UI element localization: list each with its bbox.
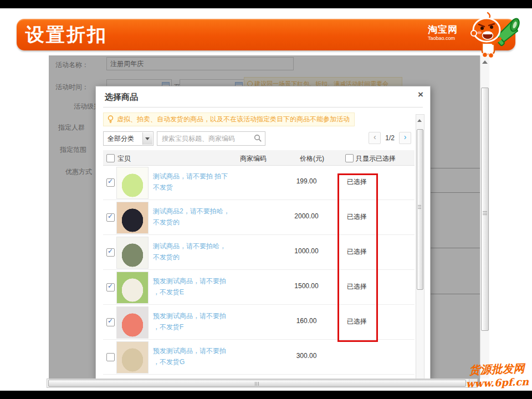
product-price: 1500.00 xyxy=(284,282,329,290)
watermark: 货源批发网 www.6pf.cn xyxy=(462,361,532,391)
warning-text: 虚拟、拍卖、自动发货的商品，以及不在该活动指定类目下的商品不能参加活动 xyxy=(117,115,350,123)
product-thumbnail[interactable] xyxy=(116,237,149,269)
row-checkbox[interactable] xyxy=(106,248,115,257)
selected-status: 已选择 xyxy=(337,247,376,257)
page-horizontal-scrollbar[interactable] xyxy=(47,378,469,388)
show-selected-only-label: 只显示已选择 xyxy=(356,154,396,163)
product-title-link[interactable]: 预发测试商品，请不要拍 ，不发货F xyxy=(153,310,247,332)
search-input[interactable] xyxy=(157,132,265,145)
table-row: 测试商品，请不要拍哈， 不发货的 1000.00 已选择 xyxy=(103,235,415,270)
row-checkbox[interactable] xyxy=(106,283,115,291)
dialog-list-scrollbar[interactable] xyxy=(416,114,424,379)
next-page-button[interactable]: › xyxy=(399,132,411,144)
product-price: 300.00 xyxy=(284,352,329,360)
product-thumbnail[interactable] xyxy=(116,272,149,304)
taobao-mascot-icon xyxy=(467,11,520,59)
selected-status: 已选择 xyxy=(337,212,376,222)
row-checkbox[interactable] xyxy=(106,353,115,361)
products-table-header: 宝贝 商家编码 价格(元) 只显示已选择 xyxy=(103,150,415,166)
category-dropdown[interactable]: 全部分类 xyxy=(103,131,154,146)
close-icon[interactable]: × xyxy=(418,89,423,100)
dialog-scroll-thumb[interactable] xyxy=(417,129,423,290)
product-price: 199.00 xyxy=(284,177,329,185)
column-price: 价格(元) xyxy=(300,154,324,163)
page-title: 设置折扣 xyxy=(25,22,108,48)
row-checkbox[interactable] xyxy=(106,178,115,187)
search-box xyxy=(157,131,265,146)
dialog-warning: 虚拟、拍卖、自动发货的商品，以及不在该活动指定类目下的商品不能参加活动 xyxy=(103,112,355,126)
table-row: 测试商品，请不要拍 拍下 不发货 199.00 已选择 xyxy=(103,165,415,200)
product-price: 1000.00 xyxy=(284,247,329,255)
pagination: ‹ 1/2 › xyxy=(369,132,411,144)
products-table-body: 测试商品，请不要拍 拍下 不发货 199.00 已选择 测试商品2，请不要拍哈，… xyxy=(103,165,415,375)
product-thumbnail[interactable] xyxy=(116,341,149,374)
product-title-link[interactable]: 预发测试商品，请不要拍 ，不发货G xyxy=(153,345,247,367)
dialog-title-divider xyxy=(103,107,423,108)
selected-status: 已选择 xyxy=(337,177,376,187)
show-selected-only-checkbox[interactable] xyxy=(345,154,354,162)
row-checkbox[interactable] xyxy=(106,318,115,326)
brand-domain: Taobao.com xyxy=(428,36,458,41)
table-row: 预发测试商品，请不要拍 ，不发货F 160.00 已选择 xyxy=(103,305,415,340)
brand-name: 淘宝网 xyxy=(428,25,458,34)
table-row: 预发测试商品，请不要拍 ，不发货G 300.00 xyxy=(103,340,415,375)
product-title-link[interactable]: 测试商品，请不要拍 拍下 不发货 xyxy=(153,171,247,193)
chevron-down-icon[interactable] xyxy=(142,132,152,145)
product-title-link[interactable]: 测试商品2，请不要拍哈， 不发货的 xyxy=(153,206,247,228)
dialog-title: 选择商品 xyxy=(105,92,138,103)
product-title-link[interactable]: 测试商品，请不要拍哈， 不发货的 xyxy=(153,241,247,263)
watermark-url: www.6pf.cn xyxy=(462,375,532,391)
category-dropdown-value: 全部分类 xyxy=(108,135,134,142)
table-row: 预发测试商品，请不要拍 ，不发货E 1500.00 已选择 xyxy=(103,270,415,305)
scroll-up-arrow-icon[interactable] xyxy=(417,117,422,122)
product-price: 2000.00 xyxy=(284,212,329,220)
product-thumbnail[interactable] xyxy=(116,202,149,234)
page-vertical-scrollbar[interactable] xyxy=(480,55,489,378)
selected-status: 已选择 xyxy=(337,317,376,326)
slide: 设置折扣 淘宝网 Taobao.com xyxy=(0,0,532,399)
selected-status: 已选择 xyxy=(337,282,376,291)
row-checkbox[interactable] xyxy=(106,213,115,222)
product-thumbnail[interactable] xyxy=(116,306,149,339)
header-banner: 设置折扣 淘宝网 Taobao.com xyxy=(17,19,515,50)
prev-page-button[interactable]: ‹ xyxy=(369,132,381,144)
product-price: 160.00 xyxy=(284,317,329,325)
product-thumbnail[interactable] xyxy=(116,167,149,199)
select-products-dialog: 选择商品 × 虚拟、拍卖、自动发货的商品，以及不在该活动指定类目下的商品不能参加… xyxy=(95,86,431,380)
lightbulb-icon xyxy=(107,115,114,124)
select-all-checkbox[interactable] xyxy=(106,154,115,162)
page-indicator: 1/2 xyxy=(385,134,395,142)
horizontal-scroll-thumb[interactable] xyxy=(48,380,466,387)
taobao-brand: 淘宝网 Taobao.com xyxy=(428,25,458,41)
search-icon[interactable] xyxy=(254,134,262,142)
product-title-link[interactable]: 预发测试商品，请不要拍 ，不发货E xyxy=(153,275,247,298)
top-black-bar xyxy=(0,0,532,8)
bottom-black-bar xyxy=(0,391,532,399)
vertical-scroll-thumb[interactable] xyxy=(481,88,489,331)
column-merchant-code: 商家编码 xyxy=(240,154,267,163)
table-row: 测试商品2，请不要拍哈， 不发货的 2000.00 已选择 xyxy=(103,200,415,235)
column-item: 宝贝 xyxy=(117,154,131,163)
